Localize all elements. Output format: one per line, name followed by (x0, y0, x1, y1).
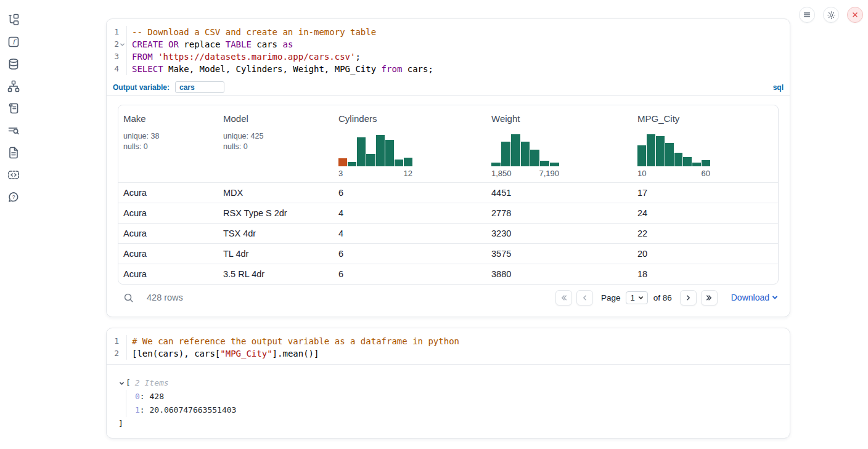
page-select[interactable]: 1 (626, 291, 647, 304)
shutdown-button[interactable] (847, 7, 863, 23)
table-cell: 24 (637, 208, 778, 218)
tree-item-value: 428 (149, 390, 163, 403)
table-cell: TL 4dr (223, 249, 338, 259)
histogram-bar (550, 163, 559, 166)
fold-chevron-icon[interactable] (119, 41, 126, 48)
table-cell: 3.5 RL 4dr (223, 269, 338, 279)
table-cell: 6 (338, 188, 491, 198)
histogram-bar (702, 160, 710, 166)
table-cell: 2778 (491, 208, 637, 218)
tree-children: 0: 4281: 20.060747663551403 (126, 390, 779, 417)
last-page-button[interactable] (701, 290, 718, 305)
table-cell: 6 (338, 269, 491, 279)
table-footer: 428 rows Page 1 of 86 (118, 285, 779, 310)
code-line: 2CREATE OR replace TABLE cars as (107, 38, 790, 51)
histogram-bar (511, 134, 520, 166)
line-number: 2 (107, 347, 127, 360)
histogram-bars (491, 132, 559, 166)
data-table: Makeunique: 38nulls: 0Modelunique: 425nu… (118, 105, 779, 285)
histogram-bar (404, 158, 412, 166)
histogram-bar (357, 137, 366, 166)
table-cell: Acura (123, 269, 223, 279)
chevron-down-icon (772, 294, 778, 301)
histogram-max-label: 12 (404, 169, 412, 178)
outline-search-icon[interactable] (7, 124, 20, 137)
histogram-bar (366, 154, 375, 166)
table-header-row: Makeunique: 38nulls: 0Modelunique: 425nu… (118, 105, 778, 182)
column-stats: unique: 38nulls: 0 (123, 131, 223, 152)
table-cell: 4 (338, 208, 491, 218)
search-icon[interactable] (122, 291, 134, 304)
table-row: AcuraMDX6445117 (118, 182, 778, 203)
sql-code-editor[interactable]: 1-- Download a CSV and create an in-memo… (107, 19, 790, 79)
tree-item-separator: : (140, 390, 150, 403)
histogram-bar (491, 163, 501, 166)
chevron-down-icon (638, 295, 644, 301)
dependency-graph-icon[interactable] (7, 80, 20, 92)
column-stat-line: nulls: 0 (223, 142, 338, 152)
column-name[interactable]: Model (223, 113, 338, 124)
column-name[interactable]: Weight (491, 113, 637, 124)
settings-button[interactable] (823, 7, 839, 23)
table-row: AcuraRSX Type S 2dr4277824 (118, 203, 778, 223)
logs-icon[interactable] (7, 102, 20, 115)
column-header: Cylinders312 (338, 113, 491, 178)
code-line: 1# We can reference the output variable … (107, 335, 790, 347)
column-stat-line: unique: 38 (123, 131, 223, 142)
table-cell: Acura (123, 188, 223, 198)
table-row: AcuraTSX 4dr4323022 (118, 223, 778, 243)
next-page-button[interactable] (680, 290, 697, 305)
column-stats: unique: 425nulls: 0 (223, 131, 338, 152)
column-name[interactable]: MPG_City (637, 113, 778, 124)
table-cell: 4451 (491, 188, 637, 198)
output-variable-label: Output variable: (113, 83, 170, 92)
download-button[interactable]: Download (731, 293, 778, 302)
column-name[interactable]: Cylinders (338, 113, 491, 124)
previous-page-button[interactable] (576, 290, 593, 305)
sql-cell: 1-- Download a CSV and create an in-memo… (106, 18, 790, 317)
datasources-icon[interactable] (7, 58, 20, 70)
histogram-bar (674, 153, 683, 166)
histogram-bars (637, 132, 710, 166)
histogram-bar (540, 161, 549, 166)
file-explorer-icon[interactable] (7, 14, 20, 26)
snippets-icon[interactable] (7, 169, 20, 181)
table-cell: 3575 (491, 249, 637, 259)
line-number: 4 (107, 63, 127, 75)
histogram-bar (338, 158, 347, 166)
page-label: Page (601, 293, 621, 302)
functions-icon[interactable]: f (7, 36, 20, 48)
menu-button[interactable] (799, 7, 815, 23)
histogram-bar (521, 142, 530, 166)
collapse-chevron-icon[interactable] (118, 379, 125, 387)
page-total-label: of 86 (653, 293, 672, 302)
column-histogram: 1060 (637, 132, 710, 178)
documentation-icon[interactable] (7, 147, 20, 159)
table-cell: Acura (123, 229, 223, 238)
row-count: 428 rows (147, 293, 183, 302)
histogram-min-label: 3 (338, 169, 343, 178)
output-variable-input[interactable] (175, 81, 224, 93)
histogram-bar (665, 143, 674, 166)
topbar-controls (799, 7, 863, 23)
histogram-max-label: 7,190 (539, 169, 559, 178)
first-page-button[interactable] (555, 290, 572, 305)
histogram-bar (348, 162, 356, 166)
histogram-bar (501, 142, 510, 166)
table-cell: 6 (338, 249, 491, 259)
code-line: 3FROM 'https://datasets.marimo.app/cars.… (107, 51, 790, 63)
histogram-axis-labels: 1060 (637, 169, 710, 178)
table-cell: TSX 4dr (223, 229, 338, 238)
column-histogram: 1,8507,190 (491, 132, 559, 178)
help-icon[interactable]: ? (7, 191, 20, 203)
histogram-bar (637, 145, 646, 166)
bracket-close: ] (118, 417, 123, 431)
table-cell: 20 (637, 249, 778, 259)
code-line: 4SELECT Make, Model, Cylinders, Weight, … (107, 63, 790, 75)
histogram-bar (656, 136, 665, 166)
python-code-editor[interactable]: 1# We can reference the output variable … (107, 328, 790, 365)
histogram-bar (683, 157, 692, 166)
column-name[interactable]: Make (123, 113, 223, 124)
column-header: MPG_City1060 (637, 113, 778, 178)
histogram-axis-labels: 312 (338, 169, 412, 178)
